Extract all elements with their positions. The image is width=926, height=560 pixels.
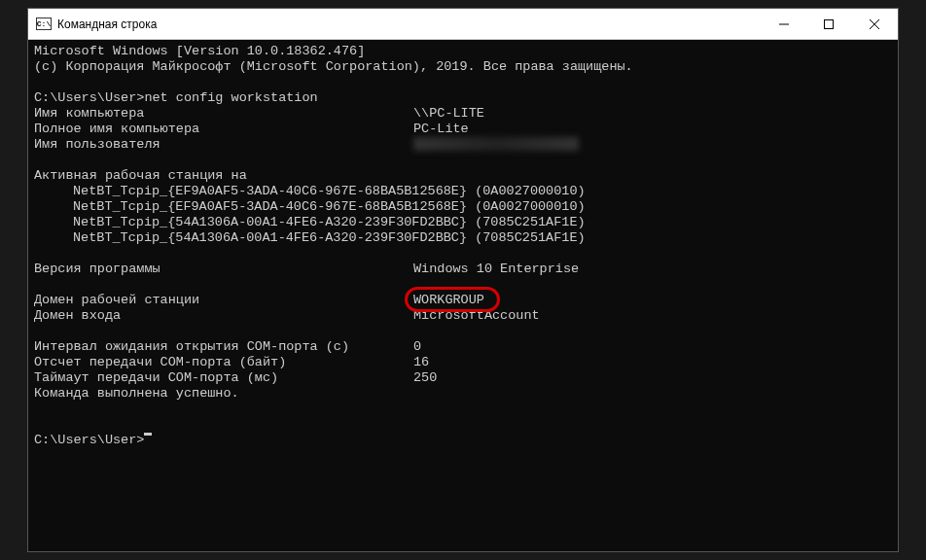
minimize-button[interactable]	[762, 9, 806, 39]
titlebar-left: C:\ Командная строка	[28, 18, 157, 31]
netbt-line-4: NetBT_Tcpip_{54A1306A-00A1-4FE6-A320-239…	[34, 230, 892, 246]
workstation-domain-label: Домен рабочей станции	[34, 293, 413, 308]
prompt-path: C:\Users\User>	[34, 90, 144, 106]
workstation-domain-value: WORKGROUP	[413, 293, 484, 307]
blank-line	[34, 324, 892, 339]
blank-line	[34, 153, 892, 168]
blank-line	[34, 75, 892, 90]
close-button[interactable]	[851, 9, 898, 39]
cmd-icon: C:\	[36, 18, 52, 30]
username-row: Имя пользователя	[34, 137, 892, 153]
blank-line	[34, 277, 892, 293]
com-send-timeout-label: Таймаут передачи COM-порта (мс)	[34, 370, 413, 386]
svg-rect-1	[825, 19, 834, 28]
prompt-line: C:\Users\User>net config workstation	[34, 90, 892, 106]
com-send-count-label: Отсчет передачи COM-порта (байт)	[34, 355, 413, 370]
com-send-timeout-row: Таймаут передачи COM-порта (мс) 250	[34, 370, 892, 386]
com-open-timeout-label: Интервал ожидания открытия COM-порта (с)	[34, 339, 413, 355]
computer-name-label: Имя компьютера	[34, 106, 413, 122]
com-send-timeout-value: 250	[413, 370, 437, 386]
cmd-window: C:\ Командная строка Microsoft Windows […	[27, 8, 899, 552]
computer-name-row: Имя компьютера \\PC-LITE	[34, 106, 892, 122]
maximize-button[interactable]	[806, 9, 851, 39]
logon-domain-row: Домен входа MicrosoftAccount	[34, 308, 892, 324]
active-workstation-label: Активная рабочая станция на	[34, 168, 892, 184]
netbt-line-3: NetBT_Tcpip_{54A1306A-00A1-4FE6-A320-239…	[34, 215, 892, 230]
version-line: Microsoft Windows [Version 10.0.18362.47…	[34, 44, 892, 59]
username-value-redacted	[413, 137, 579, 151]
software-version-label: Версия программы	[34, 262, 413, 277]
software-version-value: Windows 10 Enterprise	[413, 262, 579, 277]
computer-name-value: \\PC-LITE	[413, 106, 484, 122]
workstation-domain-highlight: WORKGROUP	[413, 293, 484, 308]
window-title: Командная строка	[57, 18, 157, 31]
workstation-domain-row: Домен рабочей станции WORKGROUP	[34, 293, 892, 308]
logon-domain-value: MicrosoftAccount	[413, 308, 540, 324]
com-open-timeout-row: Интервал ожидания открытия COM-порта (с)…	[34, 339, 892, 355]
full-computer-name-label: Полное имя компьютера	[34, 122, 413, 137]
blank-line	[34, 417, 892, 433]
username-label: Имя пользователя	[34, 137, 413, 153]
com-open-timeout-value: 0	[413, 339, 421, 355]
window-controls	[762, 9, 898, 39]
copyright-line: (c) Корпорация Майкрософт (Microsoft Cor…	[34, 59, 892, 75]
full-computer-name-row: Полное имя компьютера PC-Lite	[34, 122, 892, 137]
com-send-count-value: 16	[413, 355, 429, 370]
blank-line	[34, 246, 892, 262]
current-prompt: C:\Users\User>	[34, 433, 892, 448]
netbt-line-1: NetBT_Tcpip_{EF9A0AF5-3ADA-40C6-967E-68B…	[34, 184, 892, 199]
full-computer-name-value: PC-Lite	[413, 122, 469, 137]
netbt-line-2: NetBT_Tcpip_{EF9A0AF5-3ADA-40C6-967E-68B…	[34, 199, 892, 215]
success-line: Команда выполнена успешно.	[34, 386, 892, 402]
terminal-area[interactable]: Microsoft Windows [Version 10.0.18362.47…	[28, 40, 898, 452]
titlebar[interactable]: C:\ Командная строка	[28, 9, 898, 40]
command-text: net config workstation	[144, 90, 317, 106]
com-send-count-row: Отсчет передачи COM-порта (байт) 16	[34, 355, 892, 370]
prompt-path: C:\Users\User>	[34, 433, 144, 448]
software-version-row: Версия программы Windows 10 Enterprise	[34, 262, 892, 277]
blank-line	[34, 402, 892, 417]
logon-domain-label: Домен входа	[34, 308, 413, 324]
cursor-icon	[144, 433, 152, 436]
